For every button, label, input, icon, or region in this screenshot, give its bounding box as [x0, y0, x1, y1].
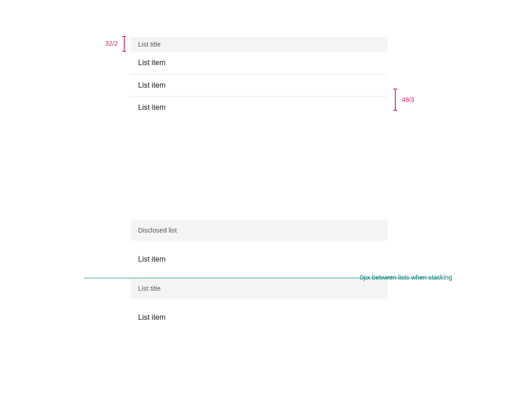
list-header: List title [131, 278, 387, 299]
list-item[interactable]: List item [131, 52, 387, 74]
spec-header-height: 32/2 [99, 36, 126, 52]
stacking-guideline-note: 0px between lists when stacking [360, 273, 452, 281]
list-header-label: List title [138, 41, 161, 48]
list-item[interactable]: List item [131, 241, 387, 278]
list-item-label: List item [138, 103, 166, 112]
list-header-label: Disclosed list [138, 227, 177, 234]
list-item[interactable]: List item [131, 299, 387, 336]
list-item-label: List item [138, 81, 166, 90]
list-header: Disclosed list [131, 220, 387, 241]
list-item-label: List item [138, 59, 166, 67]
structured-list-example: List title List item List item List item [131, 37, 387, 118]
spec-canvas: 32/2 List title List item List item List… [0, 0, 532, 419]
spec-header-height-label: 32/2 [105, 40, 118, 47]
list-item[interactable]: List item [131, 74, 387, 96]
spec-bracket-vertical [122, 36, 126, 52]
list-item-label: List item [138, 313, 166, 322]
spec-row-height: 48/3 [393, 89, 430, 111]
list-header: List title [131, 37, 387, 52]
spec-bracket-vertical [393, 89, 397, 111]
list-item-label: List item [138, 255, 166, 263]
list-item[interactable]: List item [131, 96, 387, 118]
list-header-label: List title [138, 285, 161, 292]
spec-row-height-label: 48/3 [402, 96, 414, 103]
